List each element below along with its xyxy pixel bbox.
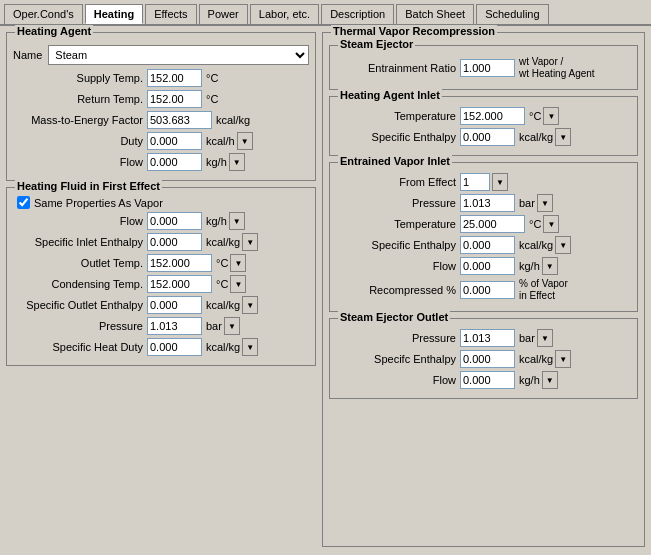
seo-enthalpy-dropdown[interactable]: ▼ (555, 350, 571, 368)
tab-effects[interactable]: Effects (145, 4, 196, 24)
seo-pressure-dropdown[interactable]: ▼ (537, 329, 553, 347)
hai-temp-label: Temperature (336, 110, 456, 122)
tab-batch-sheet[interactable]: Batch Sheet (396, 4, 474, 24)
specific-heat-dropdown[interactable]: ▼ (242, 338, 258, 356)
recompressed-input[interactable]: 0.000 (460, 281, 515, 299)
hai-enthalpy-input[interactable]: 0.000 (460, 128, 515, 146)
ev-pressure-unit: bar (519, 197, 535, 209)
specific-outlet-unit: kcal/kg (206, 299, 240, 311)
from-effect-dropdown[interactable]: ▼ (492, 173, 508, 191)
steam-ejector-outlet-title: Steam Ejector Outlet (338, 311, 450, 323)
condensing-temp-unit: °C (216, 278, 228, 290)
duty-label: Duty (13, 135, 143, 147)
name-select[interactable]: Steam (48, 45, 309, 65)
ev-flow-input[interactable]: 0.000 (460, 257, 515, 275)
seo-pressure-input[interactable]: 1.013 (460, 329, 515, 347)
from-effect-input[interactable]: 1 (460, 173, 490, 191)
thermal-vapor-group: Thermal Vapor Recompression Steam Ejecto… (322, 32, 645, 547)
specific-heat-input[interactable]: 0.000 (147, 338, 202, 356)
same-props-label: Same Properties As Vapor (34, 197, 163, 209)
ev-temp-dropdown[interactable]: ▼ (543, 215, 559, 233)
return-temp-unit: °C (206, 93, 218, 105)
heating-fluid-title: Heating Fluid in First Effect (15, 180, 162, 192)
flow-input[interactable]: 0.000 (147, 153, 202, 171)
supply-temp-unit: °C (206, 72, 218, 84)
same-props-checkbox[interactable] (17, 196, 30, 209)
mass-energy-label: Mass-to-Energy Factor (13, 114, 143, 126)
hf-pressure-input[interactable]: 1.013 (147, 317, 202, 335)
entrained-vapor-group: Entrained Vapor Inlet From Effect 1 ▼ Pr… (329, 162, 638, 312)
return-temp-label: Return Temp. (13, 93, 143, 105)
tab-labor[interactable]: Labor, etc. (250, 4, 319, 24)
hai-enthalpy-unit: kcal/kg (519, 131, 553, 143)
name-label: Name (13, 49, 42, 61)
specific-inlet-unit: kcal/kg (206, 236, 240, 248)
seo-pressure-label: Pressure (336, 332, 456, 344)
recompressed-unit: % of Vapor in Effect (519, 278, 568, 302)
seo-enthalpy-unit: kcal/kg (519, 353, 553, 365)
outlet-temp-input[interactable]: 152.000 (147, 254, 212, 272)
ev-pressure-dropdown[interactable]: ▼ (537, 194, 553, 212)
hf-pressure-label: Pressure (13, 320, 143, 332)
specific-inlet-input[interactable]: 0.000 (147, 233, 202, 251)
heating-agent-inlet-group: Heating Agent Inlet Temperature 152.000 … (329, 96, 638, 156)
hf-flow-input[interactable]: 0.000 (147, 212, 202, 230)
tab-scheduling[interactable]: Scheduling (476, 4, 548, 24)
entrainment-input[interactable]: 1.000 (460, 59, 515, 77)
ev-enthalpy-label: Specific Enthalpy (336, 239, 456, 251)
heating-agent-inlet-title: Heating Agent Inlet (338, 89, 442, 101)
ev-enthalpy-unit: kcal/kg (519, 239, 553, 251)
ev-temp-input[interactable]: 25.000 (460, 215, 525, 233)
outlet-temp-dropdown[interactable]: ▼ (230, 254, 246, 272)
supply-temp-label: Supply Temp. (13, 72, 143, 84)
steam-ejector-title: Steam Ejector (338, 38, 415, 50)
tab-description[interactable]: Description (321, 4, 394, 24)
condensing-temp-input[interactable]: 152.000 (147, 275, 212, 293)
tab-heating[interactable]: Heating (85, 4, 143, 24)
ev-flow-label: Flow (336, 260, 456, 272)
mass-energy-unit: kcal/kg (216, 114, 250, 126)
thermal-vapor-title: Thermal Vapor Recompression (331, 25, 497, 37)
ev-temp-label: Temperature (336, 218, 456, 230)
specific-outlet-input[interactable]: 0.000 (147, 296, 202, 314)
hf-pressure-dropdown[interactable]: ▼ (224, 317, 240, 335)
mass-energy-input[interactable]: 503.683 (147, 111, 212, 129)
specific-outlet-dropdown[interactable]: ▼ (242, 296, 258, 314)
condensing-temp-label: Condensing Temp. (13, 278, 143, 290)
hf-flow-label: Flow (13, 215, 143, 227)
hai-enthalpy-label: Specific Enthalpy (336, 131, 456, 143)
entrainment-unit: wt Vapor / wt Heating Agent (519, 56, 595, 80)
ev-pressure-label: Pressure (336, 197, 456, 209)
steam-ejector-group: Steam Ejector Entrainment Ratio 1.000 wt… (329, 45, 638, 90)
seo-enthalpy-input[interactable]: 0.000 (460, 350, 515, 368)
duty-dropdown[interactable]: ▼ (237, 132, 253, 150)
hai-temp-input[interactable]: 152.000 (460, 107, 525, 125)
ev-enthalpy-input[interactable]: 0.000 (460, 236, 515, 254)
supply-temp-input[interactable]: 152.00 (147, 69, 202, 87)
ev-pressure-input[interactable]: 1.013 (460, 194, 515, 212)
from-effect-label: From Effect (336, 176, 456, 188)
hai-temp-dropdown[interactable]: ▼ (543, 107, 559, 125)
entrained-vapor-title: Entrained Vapor Inlet (338, 155, 452, 167)
return-temp-input[interactable]: 152.00 (147, 90, 202, 108)
hf-flow-dropdown[interactable]: ▼ (229, 212, 245, 230)
ev-flow-dropdown[interactable]: ▼ (542, 257, 558, 275)
heating-fluid-group: Heating Fluid in First Effect Same Prope… (6, 187, 316, 366)
specific-inlet-dropdown[interactable]: ▼ (242, 233, 258, 251)
ev-temp-unit: °C (529, 218, 541, 230)
ev-flow-unit: kg/h (519, 260, 540, 272)
seo-flow-dropdown[interactable]: ▼ (542, 371, 558, 389)
duty-input[interactable]: 0.000 (147, 132, 202, 150)
tab-oper-conds[interactable]: Oper.Cond's (4, 4, 83, 24)
entrainment-label: Entrainment Ratio (336, 62, 456, 74)
ev-enthalpy-dropdown[interactable]: ▼ (555, 236, 571, 254)
hf-pressure-unit: bar (206, 320, 222, 332)
tab-power[interactable]: Power (199, 4, 248, 24)
outlet-temp-unit: °C (216, 257, 228, 269)
hai-enthalpy-dropdown[interactable]: ▼ (555, 128, 571, 146)
flow-dropdown[interactable]: ▼ (229, 153, 245, 171)
condensing-temp-dropdown[interactable]: ▼ (230, 275, 246, 293)
seo-enthalpy-label: Specifc Enthalpy (336, 353, 456, 365)
seo-flow-input[interactable]: 0.000 (460, 371, 515, 389)
steam-ejector-outlet-group: Steam Ejector Outlet Pressure 1.013 bar … (329, 318, 638, 399)
